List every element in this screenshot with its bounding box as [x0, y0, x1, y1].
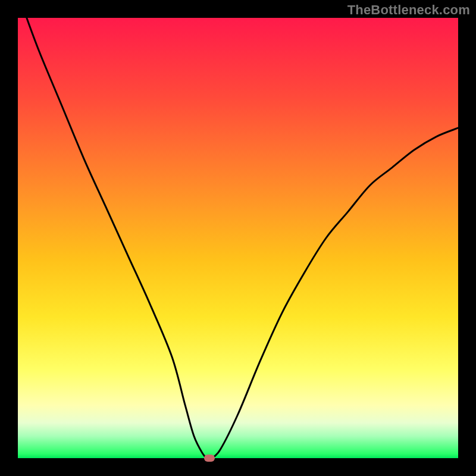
watermark-label: TheBottleneck.com: [347, 2, 470, 18]
bottleneck-curve: [18, 18, 458, 458]
optimum-marker: [204, 455, 215, 462]
chart-frame: TheBottleneck.com: [0, 0, 476, 476]
plot-area: [18, 18, 458, 458]
